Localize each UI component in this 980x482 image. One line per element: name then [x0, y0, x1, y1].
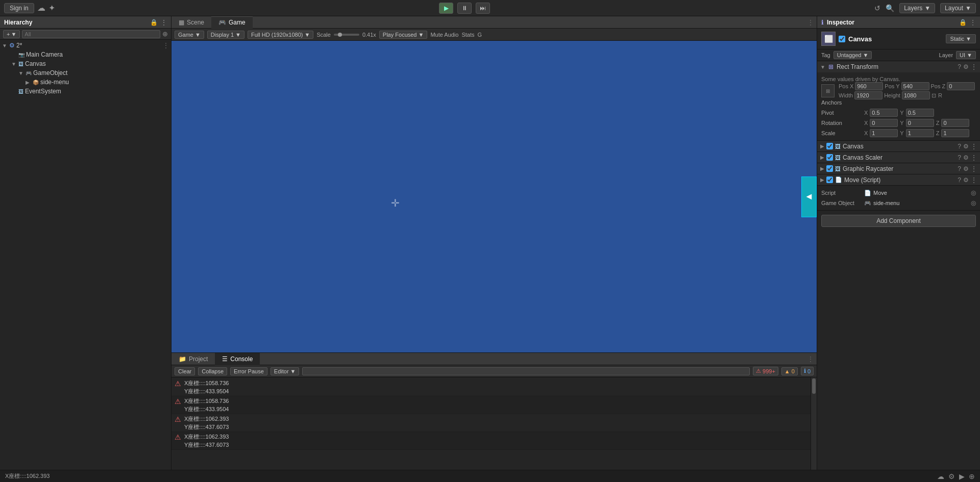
canvas-component-row[interactable]: ▶ 🖼 Canvas ? ⚙ ⋮	[817, 141, 980, 152]
inspector-more-icon[interactable]: ⋮	[970, 19, 976, 26]
tab-scene[interactable]: ▦ Scene	[172, 16, 211, 29]
pivot-label: Pivot	[821, 110, 862, 116]
canvas-scaler-checkbox[interactable]	[826, 154, 833, 161]
play-focused-dropdown[interactable]: Play Focused ▼	[379, 31, 428, 39]
raycaster-help-icon[interactable]: ?	[958, 165, 961, 172]
tree-item-main-camera[interactable]: 📷 Main Camera	[0, 50, 171, 59]
rot-x-input[interactable]	[870, 119, 898, 127]
camera-icon: 📷	[18, 52, 24, 58]
rect-transform-header[interactable]: ▼ ⊞ Rect Transform ? ⚙ ⋮	[817, 61, 980, 72]
move-help-icon[interactable]: ?	[958, 176, 961, 184]
object-icon: ⬜	[821, 32, 836, 46]
scaler-help-icon[interactable]: ?	[958, 154, 961, 161]
raycaster-settings-icon[interactable]: ⚙	[963, 165, 969, 172]
scale-x-input[interactable]	[870, 129, 898, 137]
move-script-component-row[interactable]: ▶ 📄 Move (Script) ? ⚙ ⋮	[817, 174, 980, 186]
pivot-x-input[interactable]	[870, 109, 898, 117]
resolution-dropdown[interactable]: Full HD (1920x1080) ▼	[248, 31, 313, 39]
step-button[interactable]: ⏭	[476, 3, 490, 14]
console-search-input[interactable]	[302, 367, 750, 375]
add-component-button[interactable]: Add Component	[821, 215, 976, 227]
raycaster-checkbox[interactable]	[826, 165, 833, 172]
error-pause-button[interactable]: Error Pause	[230, 367, 267, 375]
posx-input[interactable]	[855, 82, 883, 90]
raycaster-more-icon[interactable]: ⋮	[971, 165, 977, 172]
status-icon-2[interactable]: ⚙	[948, 472, 955, 480]
hierarchy-search-input[interactable]	[22, 30, 160, 38]
canvas-comp-checkbox[interactable]	[826, 143, 833, 149]
layers-dropdown[interactable]: Layers ▼	[899, 3, 935, 13]
posy-input[interactable]	[901, 82, 929, 90]
rect-settings-icon[interactable]: ⚙	[963, 63, 969, 70]
scale-handle[interactable]	[338, 33, 342, 37]
undo-icon[interactable]: ↺	[874, 4, 880, 12]
rect-icon-1[interactable]: ⊡	[932, 92, 936, 99]
tab-game[interactable]: 🎮 Game	[211, 16, 253, 29]
rot-z-input[interactable]	[941, 119, 969, 127]
anchor-preset-icon[interactable]: ⊞	[821, 84, 835, 97]
graphic-raycaster-component-row[interactable]: ▶ 🖼 Graphic Raycaster ? ⚙ ⋮	[817, 163, 980, 174]
side-menu-ui-element[interactable]: ◄	[801, 176, 817, 217]
hierarchy-add-button[interactable]: + ▼	[3, 30, 20, 38]
tree-item-gameobject[interactable]: ▼ 🎮 GameObject	[0, 68, 171, 78]
display-arrow-icon: ▼	[235, 32, 241, 38]
tree-item-canvas[interactable]: ▼ 🖼 Canvas	[0, 59, 171, 68]
console-scrollbar[interactable]	[811, 377, 817, 470]
posz-input[interactable]	[947, 82, 975, 90]
tree-item-sidemenu[interactable]: ▶ 📦 side-menu	[0, 78, 171, 87]
status-icon-3[interactable]: ▶	[959, 472, 965, 480]
layer-dropdown[interactable]: UI ▼	[956, 51, 976, 59]
clear-button[interactable]: Clear	[175, 367, 195, 375]
width-input[interactable]	[854, 91, 883, 99]
scaler-more-icon[interactable]: ⋮	[971, 154, 977, 161]
status-icon-1[interactable]: ☁	[937, 472, 944, 480]
move-more-icon[interactable]: ⋮	[971, 176, 977, 184]
canvas-settings-icon[interactable]: ⚙	[963, 143, 969, 150]
static-button[interactable]: Static ▼	[946, 34, 976, 43]
scale-bar[interactable]	[334, 34, 359, 36]
signin-button[interactable]: Sign in	[4, 3, 34, 13]
pause-button[interactable]: ⏸	[457, 3, 472, 14]
lock-icon[interactable]: 🔒	[150, 19, 158, 26]
object-active-checkbox[interactable]	[839, 36, 845, 42]
move-script-checkbox[interactable]	[826, 176, 833, 183]
canvas-scaler-component-row[interactable]: ▶ 🖼 Canvas Scaler ? ⚙ ⋮	[817, 152, 980, 163]
tab-project[interactable]: 📁 Project	[172, 353, 215, 365]
hierarchy-filter-icon[interactable]: ⊕	[162, 30, 168, 38]
editor-dropdown[interactable]: Editor ▼	[271, 367, 300, 375]
object-name: Canvas	[848, 35, 943, 43]
canvas-help-icon[interactable]: ?	[958, 143, 961, 150]
display-dropdown[interactable]: Display 1 ▼	[207, 31, 244, 39]
bottom-tab-more-icon[interactable]: ⋮	[804, 356, 817, 363]
tree-item-eventsystem[interactable]: 🖼 EventSystem	[0, 87, 171, 96]
inspector-lock-icon[interactable]: 🔒	[959, 19, 967, 26]
layout-dropdown[interactable]: Layout ▼	[940, 3, 976, 13]
scaler-settings-icon[interactable]: ⚙	[963, 154, 969, 161]
collapse-button[interactable]: Collapse	[198, 367, 227, 375]
rot-y-input[interactable]	[906, 119, 934, 127]
status-icon-4[interactable]: ⊕	[969, 472, 975, 480]
tree-item-root[interactable]: ▼ ⚙ 2* ⋮	[0, 41, 171, 50]
tag-dropdown[interactable]: Untagged ▼	[834, 51, 872, 59]
move-settings-icon[interactable]: ⚙	[963, 176, 969, 184]
cogwheel-icon[interactable]: ✦	[48, 3, 55, 13]
height-input[interactable]	[902, 91, 930, 99]
scale-z-input[interactable]	[941, 129, 969, 137]
cloud-icon[interactable]: ☁	[37, 3, 45, 13]
scale-y-input[interactable]	[906, 129, 934, 137]
tab-more-icon[interactable]: ⋮	[804, 19, 817, 26]
play-button[interactable]: ▶	[439, 3, 453, 14]
help-icon[interactable]: ?	[958, 63, 961, 70]
more-icon[interactable]: ⋮	[161, 19, 167, 26]
rect-more-icon[interactable]: ⋮	[971, 63, 977, 70]
search-icon[interactable]: 🔍	[886, 4, 894, 12]
scale-y-label: Y	[900, 130, 903, 136]
canvas-more-icon[interactable]: ⋮	[971, 143, 977, 150]
pivot-y-input[interactable]	[906, 109, 934, 117]
tab-console[interactable]: ☰ Console	[215, 353, 260, 365]
tree-arrow-sidemenu: ▶	[26, 80, 33, 85]
script-target-icon[interactable]: ◎	[971, 189, 976, 196]
gameobj-target-icon[interactable]: ◎	[971, 199, 976, 207]
tree-dots-root[interactable]: ⋮	[163, 42, 171, 49]
game-dropdown[interactable]: Game ▼	[175, 31, 204, 39]
